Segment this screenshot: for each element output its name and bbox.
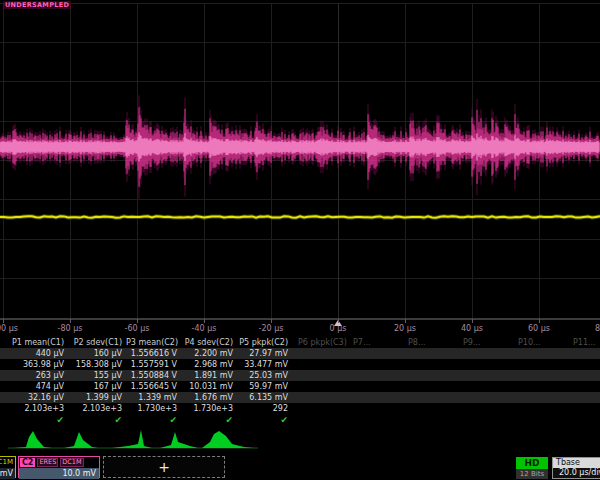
measure-value-cell	[292, 359, 347, 370]
time-axis-label: -20 µs	[259, 324, 284, 333]
measure-mean-row: 363.98 µV158.308 µV1.557591 V2.968 mV33.…	[0, 359, 600, 370]
c2-scale-value: 10.0 mV	[19, 468, 99, 479]
measure-value-cell	[292, 370, 347, 381]
status-empty-cell	[512, 414, 567, 427]
status-empty-cell	[292, 414, 347, 427]
measure-value-cell: 1.339 mV	[126, 392, 181, 403]
measure-value-cell	[457, 381, 512, 392]
measure-value-cell	[512, 370, 567, 381]
time-axis-tick	[271, 319, 272, 323]
channel-descriptor-c2[interactable]: C2 ERESDC1M 10.0 mV	[18, 456, 100, 478]
histicon[interactable]	[202, 431, 254, 448]
measure-value-cell	[347, 370, 402, 381]
time-axis-tick	[338, 319, 339, 323]
measure-param-header[interactable]: P11...	[567, 337, 600, 348]
measure-value-row: 440 µV160 µV1.556616 V2.200 mV27.97 mV	[0, 348, 600, 359]
measure-value-cell	[512, 348, 567, 359]
time-axis-label: -80 µs	[58, 324, 83, 333]
measure-value-cell	[347, 381, 402, 392]
measure-value-cell	[512, 359, 567, 370]
measure-value-cell	[512, 381, 567, 392]
measure-value-cell	[292, 392, 347, 403]
measure-param-header[interactable]: P6 pkpk(C3)	[292, 337, 347, 348]
add-channel-button[interactable]: +	[103, 456, 225, 478]
measure-value-cell: 10.031 mV	[181, 381, 237, 392]
measure-value-cell: 1.556616 V	[126, 348, 181, 359]
hd-badge: HD	[516, 457, 548, 469]
measure-value-cell	[457, 359, 512, 370]
measure-sdev-row: 32.16 µV1.399 µV1.339 mV1.676 mV6.135 mV	[0, 392, 600, 403]
measure-value-cell	[567, 381, 600, 392]
hd-bits-label: 12 Bits	[516, 469, 548, 479]
measure-value-cell: 1.891 mV	[181, 370, 237, 381]
measure-param-header[interactable]: P9...	[457, 337, 512, 348]
histicon-strip	[0, 428, 600, 454]
c1-scale-value: 10.0 mV	[0, 468, 15, 479]
measure-value-cell: 1.730e+3	[181, 403, 237, 414]
measure-param-header[interactable]: P10...	[512, 337, 567, 348]
histicon[interactable]	[112, 430, 152, 448]
measure-param-header[interactable]: P5 pkpk(C2)	[237, 337, 292, 348]
measure-status-row: ✔✔✔✔✔	[0, 414, 600, 427]
time-axis-label: -60 µs	[125, 324, 150, 333]
time-axis-label: 80 µs	[595, 324, 600, 333]
waveform-plot	[0, 0, 600, 319]
histicon[interactable]	[14, 431, 52, 448]
status-check-icon: ✔	[181, 414, 237, 427]
measure-value-cell	[512, 392, 567, 403]
timebase-value: 20.0 µs/div	[553, 468, 600, 478]
measure-value-cell	[292, 348, 347, 359]
measure-value-cell: 263 µV	[0, 370, 68, 381]
measure-value-cell: 363.98 µV	[0, 359, 68, 370]
measure-param-header[interactable]: P2 sdev(C1)	[68, 337, 126, 348]
measure-value-cell	[347, 359, 402, 370]
measure-value-cell: 474 µV	[0, 381, 68, 392]
measure-value-cell	[402, 392, 457, 403]
time-axis-tick	[539, 319, 540, 323]
status-check-icon: ✔	[126, 414, 181, 427]
timebase-label: Tbase	[553, 458, 600, 468]
time-axis-tick	[405, 319, 406, 323]
hd-mode-indicator[interactable]: HD 12 Bits	[516, 457, 548, 479]
timebase-descriptor[interactable]: Tbase 20.0 µs/div	[552, 457, 600, 479]
status-empty-cell	[402, 414, 457, 427]
measure-value-cell: 158.308 µV	[68, 359, 126, 370]
measure-value-cell	[402, 348, 457, 359]
status-check-icon: ✔	[0, 414, 68, 427]
measure-param-header[interactable]: P3 mean(C2)	[126, 337, 181, 348]
measure-value-cell: 32.16 µV	[0, 392, 68, 403]
time-axis-tick	[472, 319, 473, 323]
c2-processing-tag: DC1M	[60, 458, 83, 467]
measure-value-cell	[402, 381, 457, 392]
measure-value-cell: 25.03 mV	[237, 370, 292, 381]
histicon[interactable]	[64, 432, 98, 448]
measure-param-header[interactable]: P7...	[347, 337, 402, 348]
measure-value-cell	[347, 403, 402, 414]
measure-value-cell	[457, 370, 512, 381]
measure-value-cell	[512, 403, 567, 414]
plus-icon: +	[158, 459, 170, 475]
histicon[interactable]	[160, 432, 198, 448]
measure-value-cell: 160 µV	[68, 348, 126, 359]
measure-value-cell: 1.556645 V	[126, 381, 181, 392]
measure-value-cell: 1.676 mV	[181, 392, 237, 403]
measure-param-header[interactable]: P1 mean(C1)	[0, 337, 68, 348]
time-axis-label: 0 µs	[330, 324, 347, 333]
channel-descriptor-c1[interactable]: DC1M 10.0 mV	[0, 456, 16, 478]
measure-value-cell: 1.399 µV	[68, 392, 126, 403]
measure-value-cell: 2.200 mV	[181, 348, 237, 359]
time-axis-label: 60 µs	[528, 324, 550, 333]
measure-param-header[interactable]: P8...	[402, 337, 457, 348]
c2-processing-tag: ERES	[37, 458, 58, 467]
measure-value-cell	[567, 348, 600, 359]
descriptor-bar: DC1M 10.0 mV C2 ERESDC1M 10.0 mV + HD 12…	[0, 456, 600, 480]
undersampled-warning: UNDERSAMPLED	[3, 1, 71, 9]
time-axis-label: 20 µs	[394, 324, 416, 333]
measure-min-row: 263 µV155 µV1.550884 V1.891 mV25.03 mV	[0, 370, 600, 381]
measure-value-cell	[567, 359, 600, 370]
measure-value-cell	[457, 403, 512, 414]
measure-value-cell	[402, 359, 457, 370]
status-empty-cell	[567, 414, 600, 427]
measure-value-cell: 440 µV	[0, 348, 68, 359]
measure-param-header[interactable]: P4 sdev(C2)	[181, 337, 237, 348]
